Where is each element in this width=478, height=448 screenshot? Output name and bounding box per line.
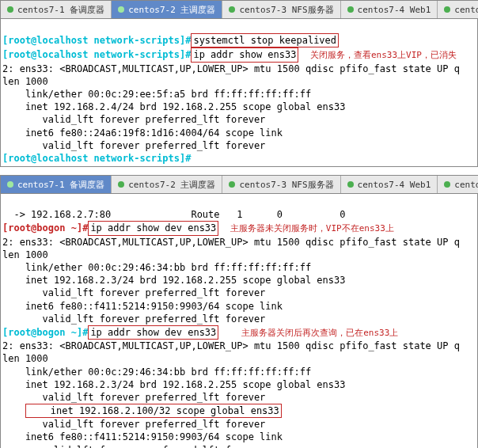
command-text: systemctl stop keepalived — [193, 35, 336, 46]
output-line: inet6 fe80::24a6:19f8:1d16:4004/64 scope… — [2, 127, 283, 139]
output-line: 2: ens33: <BROADCAST,MULTICAST,UP,LOWER_… — [2, 237, 460, 248]
output-line: inet6 fe80::f411:5214:9150:9903/64 scope… — [2, 301, 283, 312]
shell-prompt: [root@localhost network-scripts]# — [2, 35, 191, 46]
tab-label: centos7-3 NFS服务器 — [239, 4, 333, 16]
shell-prompt: [root@localhost network-scripts]# — [2, 153, 191, 164]
output-line: link/ether 00:0c:29:46:34:bb brd ff:ff:f… — [2, 366, 311, 378]
command-text: ip addr show dev ens33 — [90, 327, 216, 338]
tab-label: centos7-2 主调度器 — [128, 179, 215, 191]
tab-label: centos7-4 Web1 — [358, 180, 431, 190]
tab-label: centos7-1 备调度器 — [17, 179, 104, 191]
terminal-content-bottom: -> 192.168.2.7:80 Route 1 0 0 [root@bogo… — [1, 194, 477, 448]
command-highlight: systemctl stop keepalived — [191, 33, 339, 47]
output-line: valid_lft forever preferred_lft forever — [2, 313, 265, 325]
output-line: len 1000 — [2, 76, 48, 87]
shell-prompt: [root@bogon ~]# — [2, 327, 88, 338]
tab-centos7-3[interactable]: centos7-3 NFS服务器 — [222, 1, 340, 18]
annotation-note: 主服务器关闭后再次查询，已在ens33上 — [241, 328, 398, 338]
tab-label: centos7-3 NFS服务器 — [239, 179, 333, 191]
tab-bar-top: centos7-1 备调度器 centos7-2 主调度器 centos7-3 … — [1, 1, 477, 19]
output-line: 2: ens33: <BROADCAST,MULTICAST,UP,LOWER_… — [2, 63, 460, 74]
tab-label: centos7-1 备调度器 — [17, 4, 104, 16]
tab-label: centos — [454, 180, 478, 190]
output-line: inet 192.168.2.4/24 brd 192.168.2.255 sc… — [2, 101, 345, 112]
output-line: valid_lft forever preferred_lft forever — [2, 392, 265, 403]
output-line: inet 192.168.2.3/24 brd 192.168.2.255 sc… — [2, 275, 345, 286]
shell-prompt: [root@localhost network-scripts]# — [2, 49, 191, 60]
tab-centos7-3[interactable]: centos7-3 NFS服务器 — [222, 176, 340, 193]
tab-centos-more[interactable]: centos — [438, 1, 478, 18]
command-highlight: ip addr show dev ens33 — [88, 221, 218, 235]
output-line: link/ether 00:0c:29:46:34:bb brd ff:ff:f… — [2, 262, 311, 273]
tab-bar-bottom: centos7-1 备调度器 centos7-2 主调度器 centos7-3 … — [1, 176, 477, 194]
output-line: valid_lft forever preferred_lft forever — [2, 445, 265, 448]
output-line: len 1000 — [2, 353, 48, 364]
shell-prompt: [root@bogon ~]# — [2, 222, 88, 233]
tab-centos7-2[interactable]: centos7-2 主调度器 — [112, 176, 222, 193]
command-text: ip addr show dev ens33 — [90, 222, 216, 233]
command-text: ip addr show ens33 — [193, 49, 296, 60]
tab-centos-more[interactable]: centos — [438, 176, 478, 193]
terminal-content-top: [root@localhost network-scripts]#systemc… — [1, 19, 477, 166]
output-line: inet 192.168.2.3/24 brd 192.168.2.255 sc… — [2, 379, 345, 390]
output-line: inet 192.168.2.100/32 scope global ens33 — [28, 405, 279, 416]
tab-centos7-4[interactable]: centos7-4 Web1 — [341, 1, 438, 18]
tab-label: centos7-4 Web1 — [358, 5, 431, 15]
output-line: link/ether 00:0c:29:ee:5f:a5 brd ff:ff:f… — [2, 89, 311, 100]
tab-label: centos7-2 主调度器 — [128, 4, 215, 16]
output-line: inet6 fe80::f411:5214:9150:9903/64 scope… — [2, 431, 283, 442]
tab-centos7-1[interactable]: centos7-1 备调度器 — [1, 176, 112, 193]
output-line: valid_lft forever preferred_lft forever — [2, 114, 265, 125]
output-line: len 1000 — [2, 249, 48, 260]
command-highlight: ip addr show ens33 — [191, 47, 298, 62]
vip-highlight: inet 192.168.2.100/32 scope global ens33 — [25, 404, 282, 418]
tab-centos7-2[interactable]: centos7-2 主调度器 — [112, 1, 222, 18]
output-line: valid_lft forever preferred_lft forever — [2, 419, 265, 430]
annotation-note: 主服务器未关闭服务时，VIP不在ens33上 — [230, 223, 394, 233]
tab-label: centos — [454, 5, 478, 15]
output-line: valid_lft forever preferred_lft forever — [2, 287, 265, 298]
command-highlight: ip addr show dev ens33 — [88, 325, 218, 340]
tab-centos7-4[interactable]: centos7-4 Web1 — [341, 176, 438, 193]
output-line: valid_lft forever preferred_lft forever — [2, 140, 265, 151]
annotation-note: 关闭服务，查看ens33上VIP，已消失 — [310, 50, 457, 60]
output-line: -> 192.168.2.7:80 Route 1 0 0 — [2, 209, 345, 220]
terminal-top: centos7-1 备调度器 centos7-2 主调度器 centos7-3 … — [0, 0, 478, 167]
output-line: 2: ens33: <BROADCAST,MULTICAST,UP,LOWER_… — [2, 340, 460, 351]
terminal-bottom: centos7-1 备调度器 centos7-2 主调度器 centos7-3 … — [0, 175, 478, 448]
tab-centos7-1[interactable]: centos7-1 备调度器 — [1, 1, 112, 18]
